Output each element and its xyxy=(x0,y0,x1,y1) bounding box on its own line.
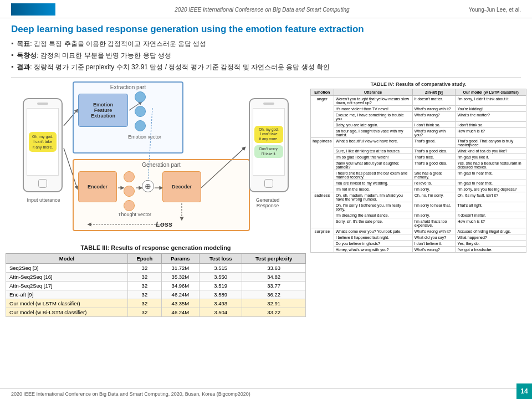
table4-cell-1-4-2: I'm glad to hear that. xyxy=(456,170,526,180)
table4-cell-2-1-0: Oh, I'm sorry I bothered you. I'm really… xyxy=(334,202,412,212)
table4-cell-0-4-1: What's wrong with you? xyxy=(412,128,456,138)
table4-cell-0-4-0: an hour ago, I bought this vase with my … xyxy=(334,128,412,138)
table4-cell-0-3-2: I don't think so. xyxy=(456,122,526,128)
header: 2020 IEEE International Conference on Bi… xyxy=(0,0,532,18)
table-row: surpriseWhat's come over you? You look p… xyxy=(311,228,526,234)
table4-cell-3-1-2: What happened? xyxy=(456,234,526,241)
table3-cell-1-0: Attn-Seq2Seq [16] xyxy=(6,273,128,282)
table4-cell-2-0-2: Oh, it's my fault, isn't it? xyxy=(456,192,526,202)
table-row: You are invited to my wedding.I'd love t… xyxy=(311,180,526,186)
table4-cell-1-6-0: I'm not in the mood. xyxy=(334,186,412,192)
table3-cell-0-3: 3.515 xyxy=(200,264,242,273)
thought-circle-1 xyxy=(124,171,135,182)
slide: 2020 IEEE International Conference on Bi… xyxy=(0,0,532,399)
table4-cell-1-5-2: I'm glad to hear that. xyxy=(456,180,526,186)
col-zinaft: Zin-aft [9] xyxy=(412,89,456,96)
table-row: happinessWhat a beautiful view we have h… xyxy=(311,138,526,148)
table-row: thank you! what about your daughter, pam… xyxy=(311,160,526,170)
thought-circle-2 xyxy=(124,186,135,197)
table4-cell-1-0-2: That's good. That canyon is truly master… xyxy=(456,138,526,148)
table3-cell-1-3: 3.550 xyxy=(200,273,242,282)
header-logo xyxy=(11,3,55,16)
table-row: Do you believe in ghosts?I don't believe… xyxy=(311,241,526,247)
table3-cell-4-1: 32 xyxy=(128,299,162,308)
phone-right-home xyxy=(264,179,273,188)
col-testperp: Test perplexity xyxy=(242,254,306,264)
emotion-circle-1 xyxy=(135,91,146,103)
table4-cell-0-2-2: What's the matter? xyxy=(456,112,526,122)
table4-cell-1-2-0: I'm so glad I bought this watch! xyxy=(334,154,412,160)
phone-right-bubble-1: Oh, my god.I can't takeit any more. xyxy=(254,126,283,143)
table-row: an hour ago, I bought this vase with my … xyxy=(311,128,526,138)
table4-cell-2-3-1: I'm afraid that's too expensive. xyxy=(412,218,456,228)
table-row: It's more violent than TV news!What's wr… xyxy=(311,106,526,112)
page-number: 14 xyxy=(516,383,532,399)
table-row: Baby, you are late again.I don't think s… xyxy=(311,122,526,128)
efe-box: EmotionFeatureExtraction xyxy=(78,94,128,127)
table4-cell-0-2-1: What's wrong? xyxy=(412,112,456,122)
author: Young-Jun Lee, et al. xyxy=(469,7,521,13)
table4-cell-2-1-2: That's all right. xyxy=(456,202,526,212)
table3-cell-5-0: Our model (w Bi-LSTM classifier) xyxy=(6,308,128,317)
table3-cell-5-4: 33.22 xyxy=(242,308,306,317)
table3-cell-5-3: 3.504 xyxy=(200,308,242,317)
table4-cell-1-4-0: I heard she has passed the bar exam and … xyxy=(334,170,412,180)
table-row: Enc-aft [9]3246.24M3.58936.22 xyxy=(6,290,306,299)
thought-circles xyxy=(124,171,135,211)
table4-cell-1-4-1: She has a great memory. xyxy=(412,170,456,180)
emotion-circles xyxy=(135,91,146,131)
phone-left-speaker xyxy=(37,103,48,105)
table3-cell-2-3: 3.519 xyxy=(200,282,242,290)
decoder-label: Decoder xyxy=(172,184,192,190)
thought-vector-label: Thought vector xyxy=(118,212,151,217)
table-row: Sorry, sir. It's the sale price.I'm afra… xyxy=(311,218,526,228)
emotion-cell-0: anger xyxy=(311,96,334,138)
loss-label: Loss xyxy=(156,220,172,228)
table3-cell-1-4: 34.82 xyxy=(242,273,306,282)
emotion-cell-1: happiness xyxy=(311,138,334,192)
table3-cell-3-1: 32 xyxy=(128,290,162,299)
bullet-3-label: 결과 xyxy=(17,63,30,72)
table-row: Honey, what's wrong with you?What's wron… xyxy=(311,247,526,253)
table3-cell-4-0: Our model (w LSTM classifier) xyxy=(6,299,128,308)
conference-title: 2020 IEEE International Conference on Bi… xyxy=(175,7,349,13)
diagram-container: Oh, my god.I can't takeit any more. Inpu… xyxy=(23,81,289,242)
table4-cell-1-6-2: I'm sorry, are you feeling depresa? xyxy=(456,186,526,192)
comparative-table: Emotion Utterance Zin-aft [9] Our model … xyxy=(310,89,526,253)
bullet-1-text: : 감정 특징 추출을 이용한 감정적이고 자연스러운 응답 생성 xyxy=(30,39,206,49)
emotion-cell-3: surprise xyxy=(311,228,334,253)
table4-cell-1-1-2: What kind of tea do you like? xyxy=(456,148,526,154)
table3-cell-2-1: 32 xyxy=(128,282,162,290)
generation-label: Generation part xyxy=(74,160,249,168)
table4-cell-1-6-1: I'm sorry. xyxy=(412,186,456,192)
table4-cell-0-0-0: Weren't you taught that yellow means slo… xyxy=(334,96,412,106)
table-row: I'm so glad I bought this watch!That's n… xyxy=(311,154,526,160)
phone-right-bubble-2: Don't worry.I'll take it. xyxy=(254,145,283,158)
efe-label: EmotionFeatureExtraction xyxy=(91,102,115,119)
slide-title: Deep learning based response generation … xyxy=(0,18,532,38)
table3-section: TABLE III: Results of response generatio… xyxy=(6,244,306,317)
extraction-label: Extraction part xyxy=(74,83,182,90)
table4-cell-3-3-1: What's wrong? xyxy=(412,247,456,253)
col-epoch: Epoch xyxy=(128,254,162,264)
phone-right: Oh, my god.I can't takeit any more. Don'… xyxy=(249,98,289,192)
col-emotion: Emotion xyxy=(311,89,334,96)
diagram-section: Oh, my god.I can't takeit any more. Inpu… xyxy=(6,81,306,387)
input-utterance-label: Input utterance xyxy=(23,197,64,203)
table4-cell-1-0-1: That's good. xyxy=(412,138,456,148)
col-params: Params xyxy=(161,254,199,264)
table-row: Oh, I'm sorry I bothered you. I'm really… xyxy=(311,202,526,212)
table3-title: TABLE III: Results of response generatio… xyxy=(6,244,306,251)
phone-left-bubble: Oh, my god.I can't takeit any more. xyxy=(29,132,57,151)
table4-cell-1-3-1: That's a good idea. xyxy=(412,160,456,170)
results-table: Model Epoch Params Test loss Test perple… xyxy=(6,253,306,317)
table4-cell-2-3-2: How much is it? xyxy=(456,218,526,228)
table4-cell-1-1-1: That's a good idea. xyxy=(412,148,456,154)
table-row: I believe it happened last night.What di… xyxy=(311,234,526,241)
table-row: Our model (w LSTM classifier)3243.35M3.4… xyxy=(6,299,306,308)
table4-cell-1-2-2: I'm glad you like it. xyxy=(456,154,526,160)
table3-cell-1-2: 35.32M xyxy=(161,273,199,282)
table-row: I heard she has passed the bar exam and … xyxy=(311,170,526,180)
table4-cell-2-3-0: Sorry, sir. It's the sale price. xyxy=(334,218,412,228)
table3-cell-5-2: 46.24M xyxy=(161,308,199,317)
